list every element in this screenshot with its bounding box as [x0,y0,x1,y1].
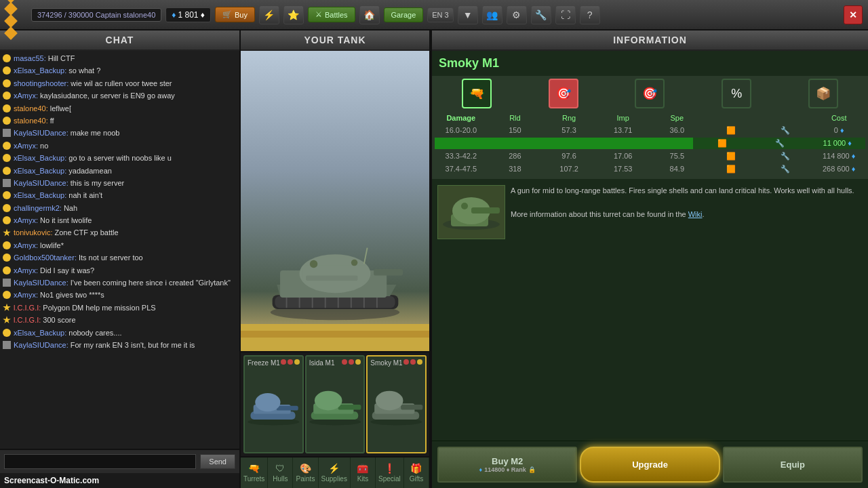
turret-image [437,185,505,239]
turret-item[interactable]: Freeze M1 [243,355,304,453]
tab-icon: 🎨 [300,463,311,474]
friends-icon[interactable]: 👥 [482,5,502,24]
chat-line: l.C.I.G.I: 300 score [3,315,237,325]
fullscreen-icon[interactable]: ⛶ [555,5,576,24]
chat-line: xAmyx: lowlife* [3,241,237,251]
language-button[interactable]: EN 3 [427,7,453,22]
chat-line: stalone40: ff [3,116,237,126]
garage-icon: 🏠 [359,5,380,24]
item-image [368,357,425,452]
chat-username[interactable]: xAmyx: [14,91,38,101]
chat-username[interactable]: stalone40: [14,104,48,114]
stats-row-3: 37.4-47.5 318 107.2 17.53 84.9 🟧 🔧 268 6… [435,163,865,175]
chat-username[interactable]: xElsax_Backup: [14,328,66,338]
chat-input-area: Send [0,449,239,473]
rank-icon: 🔒 [528,466,536,473]
your-tank-header: YOUR TANK [241,30,429,51]
tab-label: Turrets [243,475,264,483]
equip-button[interactable]: Equip [723,447,863,483]
tab-gifts[interactable]: 🎁Gifts [404,458,429,488]
send-button[interactable]: Send [200,454,235,469]
chat-message-text: wie wil ac rullen voor twee ster [71,79,172,89]
close-button[interactable]: ✕ [844,5,863,24]
chat-message-text: For my rank EN 3 isn't, but for me it is [71,340,195,350]
upgrade-button[interactable]: Upgrade [580,447,719,483]
chat-message-text: 300 score [43,315,75,325]
chat-username[interactable]: xElsax_Backup: [14,190,66,201]
settings-icon[interactable]: ⚙ [507,5,527,24]
svg-point-29 [315,390,342,410]
chat-username[interactable]: xAmyx: [14,290,38,300]
chat-username[interactable]: xAmyx: [14,216,38,226]
chat-username[interactable]: xAmyx: [14,141,38,151]
item-image [307,357,364,452]
chat-username[interactable]: shootingshooter: [14,79,68,89]
chat-username[interactable]: l.C.I.G.I: [14,303,41,313]
s1-rld: 150 [489,125,542,136]
chat-line: KaylaSIUDance: For my rank EN 3 isn't, b… [3,340,237,350]
chat-username[interactable]: masac55: [14,54,46,64]
smoky-svg [368,378,425,432]
chat-message-text: Polygon DM help me mission PLS [43,303,155,313]
chat-username[interactable]: KaylaSIUDance: [14,278,68,288]
currency-amount: 1 801 ♦ [178,10,205,20]
tab-icon: ❗ [384,463,395,474]
chat-message-text: ff [50,116,54,126]
chat-user-icon [3,291,11,299]
garage-button[interactable]: Garage [384,7,424,22]
supply-icon-btn[interactable]: ⚡ [259,5,279,24]
chat-username[interactable]: stalone40: [14,116,48,126]
upgrade-label: Upgrade [632,460,668,470]
chat-message-text: No it isnt lwolife [40,216,92,226]
chat-username[interactable]: KaylaSIUDance: [14,340,68,350]
chat-username[interactable]: l.C.I.G.I: [14,315,41,325]
chat-username[interactable]: xElsax_Backup: [14,166,66,176]
wiki-link[interactable]: Wiki [688,210,703,218]
isida-svg [307,378,364,432]
svg-point-17 [351,260,358,266]
tab-label: Special [378,475,401,483]
chat-user-icon [3,241,11,249]
tab-hulls[interactable]: 🛡Hulls [268,458,293,488]
chat-username[interactable]: tonivukovic: [14,228,52,238]
chat-username[interactable]: xAmyx: [14,241,38,251]
buy-m2-label: Buy M2 [492,456,523,466]
stat-icon-accuracy[interactable]: 🎯 [635,79,665,108]
tab-supplies[interactable]: ⚡Supplies [319,458,351,488]
chat-username[interactable]: xAmyx: [14,266,38,276]
dot-red2 [349,359,354,365]
tab-special[interactable]: ❗Special [376,458,404,488]
gear-icon[interactable]: 🔧 [531,5,551,24]
chat-username[interactable]: xElsax_Backup: [14,153,66,163]
stat-icon-box[interactable]: 📦 [808,79,838,108]
chat-messages: masac55: Hill CTFxElsax_Backup: so what … [0,51,239,449]
chat-username[interactable]: Goldbox500tanker: [14,253,77,263]
chat-line: tonivukovic: Zone CTF xp battle [3,228,237,238]
chat-input[interactable] [4,454,196,469]
star-icon-btn[interactable]: ⭐ [283,5,304,24]
dot-yellow [355,359,361,365]
turret-item[interactable]: Smoky M1 [366,355,427,453]
tab-turrets[interactable]: 🔫Turrets [241,458,268,488]
chat-message-text: no [40,141,48,151]
chevron-down-icon[interactable]: ▼ [458,5,478,24]
chat-username[interactable]: xElsax_Backup: [14,66,66,76]
chat-username[interactable]: KaylaSIUDance: [14,178,68,188]
stat-icon-gun[interactable]: 🔫 [462,79,492,108]
buy-m2-button[interactable]: Buy M2 ♦ 114800 ♦ Rank 🔒 [437,447,577,483]
help-icon[interactable]: ? [580,5,600,24]
battles-button[interactable]: ⚔ Battles [308,7,355,22]
dot-yellow [294,359,300,365]
chat-username[interactable]: KaylaSIUDance: [14,128,68,138]
chat-line: xAmyx: no [3,141,237,151]
stat-icon-damage[interactable]: 🎯 [549,79,578,108]
buy-button[interactable]: 🛒 Buy [215,7,255,22]
diamond-3 [4,14,18,28]
chat-username[interactable]: challingermk2: [14,203,62,214]
s2-ico2: 🔧 [759,150,812,162]
turret-item[interactable]: Isida M1 [305,355,366,453]
tab-paints[interactable]: 🎨Paints [293,458,318,488]
stat-icon-percent[interactable]: % [722,79,751,108]
tab-kits[interactable]: 🧰Kits [351,458,376,488]
chat-message-text: Zone CTF xp battle [54,228,118,238]
